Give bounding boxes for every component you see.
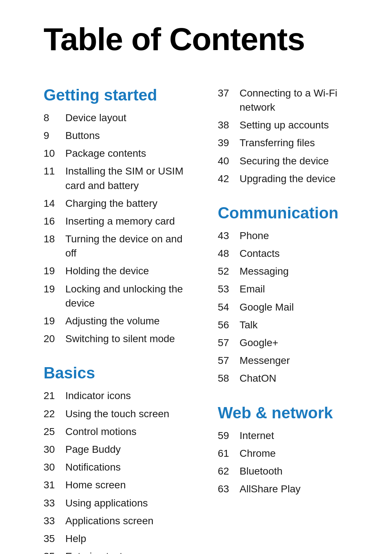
section-title-basics: Basics <box>44 364 189 382</box>
toc-number: 33 <box>44 514 65 528</box>
list-item: 48Contacts <box>218 246 363 260</box>
list-item: 54Google Mail <box>218 300 363 314</box>
toc-number: 57 <box>218 353 240 368</box>
toc-number: 33 <box>44 496 65 510</box>
list-item: 18Turning the device on and off <box>44 232 189 260</box>
list-item: 31Home screen <box>44 478 189 492</box>
list-item: 63AllShare Play <box>218 482 363 496</box>
toc-label: Adjusting the volume <box>65 314 160 328</box>
left-column: Getting started 8Device layout 9Buttons … <box>44 82 203 554</box>
continuation-list: 37Connecting to a Wi-Fi network 38Settin… <box>218 86 363 186</box>
toc-label: Control motions <box>65 424 136 439</box>
toc-label: Talk <box>240 318 258 332</box>
toc-label: Turning the device on and off <box>65 232 189 260</box>
toc-number: 35 <box>44 532 65 546</box>
toc-label: Messaging <box>240 264 289 278</box>
toc-label: Charging the battery <box>65 196 158 210</box>
list-item: 61Chrome <box>218 446 363 460</box>
toc-number: 35 <box>44 549 65 554</box>
toc-label: Contacts <box>240 246 280 260</box>
list-item: 39Transferring files <box>218 136 363 150</box>
list-item: 33Applications screen <box>44 514 189 528</box>
toc-number: 37 <box>218 86 240 100</box>
toc-label: Inserting a memory card <box>65 214 175 228</box>
toc-label: Internet <box>240 428 274 443</box>
toc-number: 19 <box>44 264 65 278</box>
toc-label: Email <box>240 282 265 296</box>
toc-label: Upgrading the device <box>240 172 336 186</box>
list-item: 10Package contents <box>44 146 189 160</box>
list-item: 43Phone <box>218 229 363 243</box>
toc-number: 43 <box>218 229 240 243</box>
list-item: 59Internet <box>218 428 363 443</box>
toc-number: 16 <box>44 214 65 228</box>
toc-label: Notifications <box>65 460 121 474</box>
toc-number: 38 <box>218 118 240 132</box>
toc-label: Phone <box>240 229 269 243</box>
toc-number: 18 <box>44 232 65 246</box>
communication-list: 43Phone 48Contacts 52Messaging 53Email 5… <box>218 229 363 386</box>
list-item: 62Bluetooth <box>218 464 363 478</box>
list-item: 42Upgrading the device <box>218 172 363 186</box>
list-item: 35Help <box>44 532 189 546</box>
toc-label: Google Mail <box>240 300 294 314</box>
list-item: 9Buttons <box>44 128 189 143</box>
list-item: 19Holding the device <box>44 264 189 278</box>
toc-label: Help <box>65 532 86 546</box>
toc-label: Google+ <box>240 336 278 350</box>
toc-content: Getting started 8Device layout 9Buttons … <box>44 82 363 554</box>
toc-label: Device layout <box>65 111 126 125</box>
toc-number: 58 <box>218 371 240 385</box>
toc-number: 30 <box>44 460 65 474</box>
toc-label: Buttons <box>65 128 100 143</box>
list-item: 30Notifications <box>44 460 189 474</box>
toc-number: 25 <box>44 424 65 439</box>
list-item: 25Control motions <box>44 424 189 439</box>
section-title-communication: Communication <box>218 204 363 222</box>
toc-label: Messenger <box>240 353 290 368</box>
toc-number: 52 <box>218 264 240 278</box>
list-item: 56Talk <box>218 318 363 332</box>
toc-label: Holding the device <box>65 264 149 278</box>
list-item: 35Entering text <box>44 549 189 554</box>
toc-label: Applications screen <box>65 514 154 528</box>
toc-label: Entering text <box>65 549 122 554</box>
toc-number: 20 <box>44 332 65 346</box>
list-item: 40Securing the device <box>218 154 363 168</box>
toc-label: Indicator icons <box>65 389 131 403</box>
list-item: 20Switching to silent mode <box>44 332 189 346</box>
toc-label: Chrome <box>240 446 276 460</box>
page-title: Table of Contents <box>44 22 363 57</box>
list-item: 30Page Buddy <box>44 442 189 456</box>
list-item: 19Locking and unlocking the device <box>44 282 189 310</box>
toc-number: 59 <box>218 428 240 443</box>
toc-label: Setting up accounts <box>240 118 329 132</box>
toc-number: 19 <box>44 282 65 296</box>
toc-number: 53 <box>218 282 240 296</box>
toc-number: 22 <box>44 407 65 421</box>
toc-label: Installing the SIM or USIM card and batt… <box>65 164 189 192</box>
toc-number: 39 <box>218 136 240 150</box>
toc-number: 40 <box>218 154 240 168</box>
toc-label: AllShare Play <box>240 482 301 496</box>
list-item: 52Messaging <box>218 264 363 278</box>
toc-label: Page Buddy <box>65 442 121 456</box>
list-item: 57Messenger <box>218 353 363 368</box>
list-item: 58ChatON <box>218 371 363 385</box>
toc-label: Home screen <box>65 478 126 492</box>
toc-label: Switching to silent mode <box>65 332 175 346</box>
toc-number: 11 <box>44 164 65 178</box>
toc-label: Transferring files <box>240 136 315 150</box>
toc-label: Bluetooth <box>240 464 282 478</box>
right-column: 37Connecting to a Wi-Fi network 38Settin… <box>203 82 363 554</box>
toc-number: 57 <box>218 336 240 350</box>
list-item: 38Setting up accounts <box>218 118 363 132</box>
toc-number: 14 <box>44 196 65 210</box>
toc-label: Using applications <box>65 496 148 510</box>
section-title-getting-started: Getting started <box>44 86 189 104</box>
list-item: 11Installing the SIM or USIM card and ba… <box>44 164 189 192</box>
toc-label: Locking and unlocking the device <box>65 282 189 310</box>
section-title-web-network: Web & network <box>218 404 363 422</box>
toc-label: Package contents <box>65 146 146 160</box>
toc-number: 63 <box>218 482 240 496</box>
